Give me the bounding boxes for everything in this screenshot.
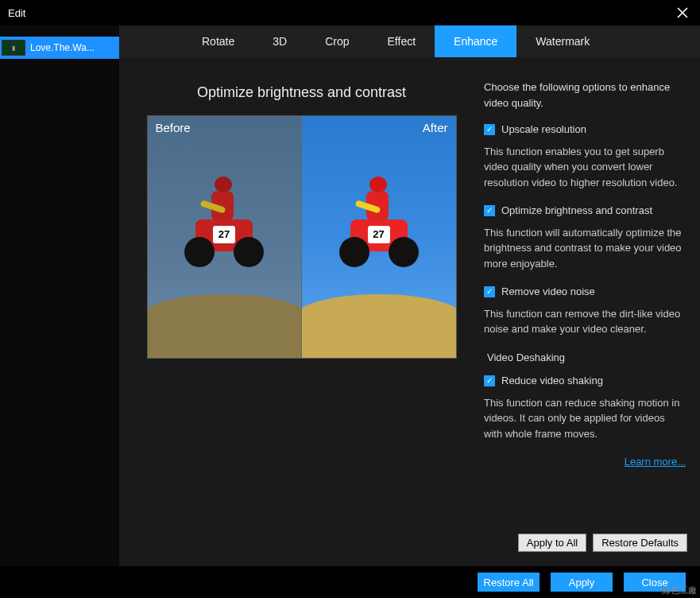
close-button[interactable]: Close [624, 573, 686, 592]
after-view: After 27 [302, 116, 456, 358]
checkbox-label: Upscale resolution [501, 122, 586, 138]
reduce-desc: This function can reduce shaking motion … [484, 395, 686, 442]
checkbox-optimize[interactable]: ✓ Optimize brightness and contrast [484, 203, 686, 219]
sidebar: ▮ Love.The.Wa... [0, 25, 119, 566]
check-icon: ✓ [484, 286, 495, 297]
tab-enhance[interactable]: Enhance [435, 25, 516, 57]
preview-panel: Optimize brightness and contrast Before … [119, 57, 473, 566]
tab-3d[interactable]: 3D [253, 25, 306, 57]
file-thumbnail: ▮ [2, 40, 25, 56]
learn-more-link[interactable]: Learn more... [625, 456, 686, 468]
check-icon: ✓ [484, 205, 495, 216]
file-name: Love.The.Wa... [30, 42, 114, 53]
checkbox-upscale[interactable]: ✓ Upscale resolution [484, 122, 686, 138]
checkbox-label: Reduce video shaking [501, 373, 603, 389]
tab-effect[interactable]: Effect [369, 25, 435, 57]
upscale-desc: This function enables you to get superb … [484, 144, 686, 191]
after-label: After [423, 121, 448, 134]
restore-all-button[interactable]: Restore All [478, 573, 540, 592]
checkbox-noise[interactable]: ✓ Remove video noise [484, 284, 686, 300]
file-item[interactable]: ▮ Love.The.Wa... [0, 37, 119, 59]
checkbox-label: Remove video noise [501, 284, 595, 300]
tab-rotate[interactable]: Rotate [183, 25, 253, 57]
check-icon: ✓ [484, 124, 495, 135]
mid-button-row: Apply to All Restore Defaults [518, 534, 687, 552]
options-intro: Choose the following options to enhance … [484, 80, 686, 111]
options-panel: Choose the following options to enhance … [473, 57, 700, 566]
before-view: Before 27 [148, 116, 302, 358]
apply-button[interactable]: Apply [551, 573, 613, 592]
content: ▮ Love.The.Wa... Rotate 3D Crop Effect E… [0, 25, 700, 566]
preview-heading: Optimize brightness and contrast [197, 84, 406, 101]
title-bar: Edit [0, 0, 700, 25]
optimize-desc: This function will automatically optimiz… [484, 225, 686, 272]
check-icon: ✓ [484, 375, 495, 386]
main-area: Rotate 3D Crop Effect Enhance Watermark … [119, 25, 700, 566]
work-area: Optimize brightness and contrast Before … [119, 57, 700, 566]
close-icon[interactable] [673, 3, 692, 22]
learn-more-row: Learn more... [484, 454, 686, 470]
tab-bar: Rotate 3D Crop Effect Enhance Watermark [119, 25, 700, 57]
comparison-frame: Before 27 After 27 [147, 115, 457, 359]
footer: Restore All Apply Close [0, 566, 700, 598]
tab-crop[interactable]: Crop [306, 25, 368, 57]
tab-watermark[interactable]: Watermark [516, 25, 609, 57]
checkbox-label: Optimize brightness and contrast [501, 203, 652, 219]
window-title: Edit [8, 7, 25, 19]
checkbox-reduce-shaking[interactable]: ✓ Reduce video shaking [484, 373, 686, 389]
before-label: Before [156, 121, 191, 134]
deshake-header: Video Deshaking [487, 350, 686, 366]
restore-defaults-button[interactable]: Restore Defaults [593, 534, 687, 552]
noise-desc: This function can remove the dirt-like v… [484, 306, 686, 337]
apply-to-all-button[interactable]: Apply to All [518, 534, 586, 552]
